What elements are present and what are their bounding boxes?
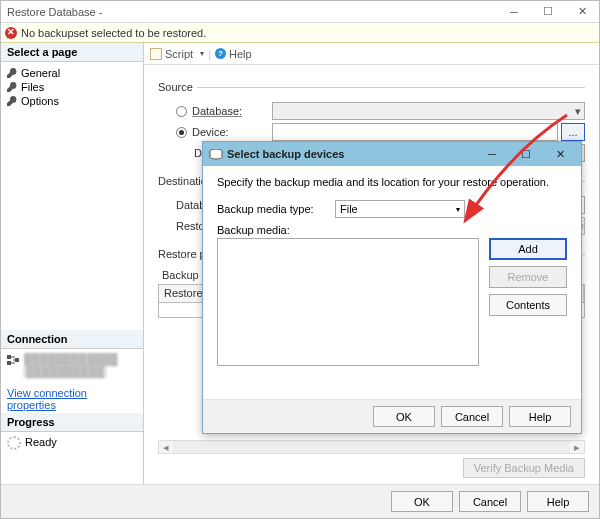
- server-icon: [7, 355, 19, 365]
- child-minimize-button[interactable]: ─: [475, 142, 509, 166]
- svg-rect-1: [7, 361, 11, 365]
- child-cancel-button[interactable]: Cancel: [441, 406, 503, 427]
- sidebar-item-general[interactable]: General: [7, 66, 137, 80]
- help-icon: ?: [215, 48, 226, 59]
- radio-source-device[interactable]: [176, 127, 187, 138]
- wrench-icon: [7, 68, 17, 78]
- child-titlebar: Select backup devices ─ ☐ ✕: [203, 142, 581, 166]
- progress-text: Ready: [25, 436, 57, 448]
- radio-source-database[interactable]: [176, 106, 187, 117]
- select-page-header: Select a page: [1, 43, 143, 62]
- svg-rect-2: [15, 358, 19, 362]
- svg-rect-0: [7, 355, 11, 359]
- content-toolbar: Script ▾ | ? Help: [144, 43, 599, 65]
- page-list: General Files Options: [1, 62, 143, 112]
- script-button[interactable]: Script ▾: [150, 48, 204, 60]
- child-instruction: Specify the backup media and its locatio…: [217, 176, 567, 188]
- window-title: Restore Database -: [7, 6, 497, 18]
- combo-media-type[interactable]: File ▾: [335, 200, 465, 218]
- child-title: Select backup devices: [227, 148, 475, 160]
- label-media-type: Backup media type:: [217, 203, 335, 215]
- horizontal-scrollbar[interactable]: ◂ ▸: [158, 440, 585, 454]
- script-icon: [150, 48, 162, 60]
- progress-header: Progress: [1, 413, 143, 432]
- child-footer: OK Cancel Help: [203, 399, 581, 433]
- window-buttons: ─ ☐ ✕: [497, 1, 599, 22]
- remove-button: Remove: [489, 266, 567, 288]
- warning-bar: ✕ No backupset selected to be restored.: [1, 23, 599, 43]
- sidebar-label: Options: [21, 95, 59, 107]
- help-button[interactable]: Help: [527, 491, 589, 512]
- cancel-button[interactable]: Cancel: [459, 491, 521, 512]
- sidebar-label: Files: [21, 81, 44, 93]
- help-button[interactable]: ? Help: [215, 48, 252, 60]
- child-maximize-button[interactable]: ☐: [509, 142, 543, 166]
- browse-device-button[interactable]: ...: [561, 123, 585, 141]
- database-icon: [209, 149, 223, 160]
- connection-server: ████████████: [24, 353, 118, 365]
- error-icon: ✕: [5, 27, 17, 39]
- input-source-device[interactable]: [272, 123, 558, 141]
- combo-source-database[interactable]: ▾: [272, 102, 585, 120]
- add-button[interactable]: Add: [489, 238, 567, 260]
- window-minimize-button[interactable]: ─: [497, 1, 531, 22]
- sidebar-item-files[interactable]: Files: [7, 80, 137, 94]
- child-body: Specify the backup media and its locatio…: [203, 166, 581, 399]
- help-label: Help: [229, 48, 252, 60]
- connection-info: ████████████ [██████████]: [1, 349, 143, 381]
- toolbar-separator: |: [208, 48, 211, 60]
- backup-media-listbox[interactable]: [217, 238, 479, 366]
- label-source-device: Device:: [192, 126, 272, 138]
- progress-spinner-icon: [7, 436, 21, 450]
- contents-button[interactable]: Contents: [489, 294, 567, 316]
- verify-backup-media-button: Verify Backup Media: [463, 458, 585, 478]
- window-maximize-button[interactable]: ☐: [531, 1, 565, 22]
- connection-user: [██████████]: [23, 365, 107, 377]
- label-source-database: Database:: [192, 105, 272, 117]
- progress-status: Ready: [1, 432, 143, 454]
- select-backup-devices-dialog: Select backup devices ─ ☐ ✕ Specify the …: [202, 141, 582, 434]
- chevron-down-icon: ▾: [200, 49, 204, 58]
- warning-text: No backupset selected to be restored.: [21, 27, 206, 39]
- child-ok-button[interactable]: OK: [373, 406, 435, 427]
- scroll-right-icon[interactable]: ▸: [570, 441, 584, 453]
- sidebar-item-options[interactable]: Options: [7, 94, 137, 108]
- sidebar: Select a page General Files Options Conn…: [1, 43, 144, 484]
- wrench-icon: [7, 96, 17, 106]
- script-label: Script: [165, 48, 193, 60]
- connection-header: Connection: [1, 330, 143, 349]
- scroll-left-icon[interactable]: ◂: [159, 441, 173, 453]
- label-backup-media: Backup media:: [217, 224, 567, 236]
- source-legend: Source: [158, 81, 197, 93]
- ok-button[interactable]: OK: [391, 491, 453, 512]
- dialog-footer: OK Cancel Help: [1, 484, 599, 518]
- wrench-icon: [7, 82, 17, 92]
- sidebar-label: General: [21, 67, 60, 79]
- window-titlebar: Restore Database - ─ ☐ ✕: [1, 1, 599, 23]
- media-type-value: File: [340, 203, 358, 215]
- view-connection-properties-link[interactable]: View connection properties: [1, 381, 143, 413]
- child-close-button[interactable]: ✕: [543, 142, 577, 166]
- window-close-button[interactable]: ✕: [565, 1, 599, 22]
- child-help-button[interactable]: Help: [509, 406, 571, 427]
- chevron-down-icon: ▾: [456, 205, 460, 214]
